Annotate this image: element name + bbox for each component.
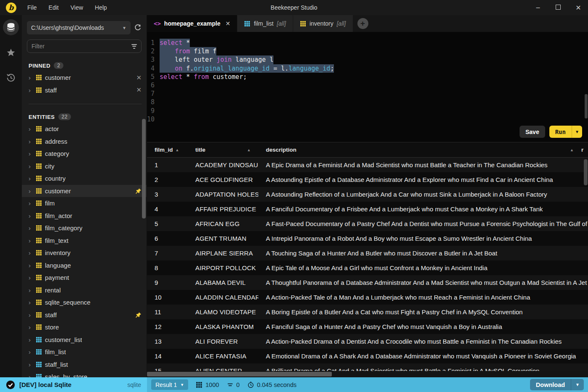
sort-asc-icon[interactable]: ▲ [176,148,179,152]
cell-film-id[interactable]: 7 [147,250,188,257]
cell-description[interactable]: A Astounding Epistle of a Database Admin… [258,176,588,183]
table-row[interactable]: 1ACADEMY DINOSAURA Epic Drama of a Femin… [147,158,588,172]
sidebar-scrollbar[interactable] [142,119,146,218]
sort-asc-icon[interactable]: ▲ [247,148,251,152]
save-button[interactable]: Save [520,126,545,138]
table-row[interactable]: 3ADAPTATION HOLESA Astounding Reflection… [147,187,588,202]
cell-description[interactable]: A Action-Packed Tale of a Man And a Lumb… [258,294,588,301]
chevron-right-icon[interactable]: › [29,224,33,232]
chevron-right-icon[interactable]: › [29,361,33,368]
cell-description[interactable]: A Astounding Reflection of a Lumberjack … [258,191,588,198]
cell-description[interactable]: A Epic Drama of a Feminist And a Mad Sci… [258,161,588,168]
table-row[interactable]: 12ALASKA PHANTOMA Fanciful Saga of a Hun… [147,319,588,334]
chevron-right-icon[interactable]: › [29,373,33,377]
horizontal-scrollbar-thumb[interactable] [147,372,332,376]
chevron-right-icon[interactable]: › [29,299,33,306]
run-dropdown-icon[interactable]: ▼ [572,126,582,138]
cell-film-id[interactable]: 14 [147,353,188,360]
cell-title[interactable]: AIRPORT POLLOCK [188,264,258,271]
tab-film_list[interactable]: film_list[all] [237,15,292,32]
cell-title[interactable]: AGENT TRUMAN [188,235,258,242]
cell-title[interactable]: AFRICAN EGG [188,220,258,227]
table-row[interactable]: 13ALI FOREVERA Action-Packed Drama of a … [147,334,588,349]
column-header-description[interactable]: description▲ [258,147,581,153]
unpin-close-icon[interactable]: ✕ [136,86,142,94]
table-row[interactable]: 8AIRPORT POLLOCKA Epic Tale of a Moose A… [147,260,588,275]
table-row[interactable]: 2ACE GOLDFINGERA Astounding Epistle of a… [147,172,588,187]
table-row[interactable]: 4AFFAIR PREJUDICEA Fanciful Documentary … [147,202,588,216]
cell-film-id[interactable]: 2 [147,176,188,183]
table-row[interactable]: 6AGENT TRUMANA Intrepid Panorama of a Ro… [147,231,588,246]
chevron-right-icon[interactable]: › [29,150,33,157]
cell-film-id[interactable]: 13 [147,338,188,345]
cell-title[interactable]: ACADEMY DINOSAUR [188,161,258,168]
chevron-right-icon[interactable]: › [29,212,33,219]
refresh-icon[interactable] [134,24,142,32]
chevron-right-icon[interactable]: › [29,348,33,355]
column-header-title[interactable]: title▲ [188,147,258,153]
menu-view[interactable]: View [66,3,87,13]
entity-item-category[interactable]: ›category [22,147,147,160]
history-icon[interactable] [3,70,19,86]
unpin-close-icon[interactable]: ✕ [136,74,142,82]
sql-editor[interactable]: 1select *2 from film f3 left outer join … [147,32,588,142]
maximize-icon[interactable] [554,4,562,11]
entity-item-customer[interactable]: ›customer [22,185,147,197]
pinned-item-customer[interactable]: ›customer✕ [22,71,147,84]
cell-title[interactable]: ALAMO VIDEOTAPE [188,308,258,316]
run-button[interactable]: Run ▼ [549,126,582,138]
entity-item-customer_list[interactable]: ›customer_list [22,334,147,346]
column-header-partial[interactable]: r [581,147,588,153]
table-row[interactable]: 15ALIEN CENTERA Brilliant Drama of a Cat… [147,363,588,371]
cell-film-id[interactable]: 3 [147,191,188,198]
entity-item-staff_list[interactable]: ›staff_list [22,358,147,371]
filter-input[interactable] [32,43,131,50]
results-scrollbar[interactable] [584,159,588,185]
chevron-right-icon[interactable]: › [29,87,33,94]
cell-film-id[interactable]: 1 [147,161,188,168]
cell-description[interactable]: A Epic Tale of a Moose And a Girl who mu… [258,264,588,271]
connection-selector[interactable]: C:\Users\ghstng\Downloads ▼ [27,21,131,34]
table-row[interactable]: 7AIRPLANE SIERRAA Touching Saga of a Hun… [147,246,588,260]
cell-film-id[interactable]: 9 [147,279,188,286]
entity-item-inventory[interactable]: ›inventory [22,247,147,259]
tab-close-icon[interactable]: ✕ [226,20,231,27]
cell-film-id[interactable]: 4 [147,205,188,213]
download-button-label[interactable]: Download [530,379,571,390]
database-icon[interactable] [3,19,19,35]
entity-item-sqlite_sequence[interactable]: ›sqlite_sequence [22,296,147,309]
chevron-right-icon[interactable]: › [29,125,33,132]
entity-item-address[interactable]: ›address [22,135,147,148]
chevron-right-icon[interactable]: › [29,262,33,269]
entity-item-film_category[interactable]: ›film_category [22,222,147,234]
pin-icon[interactable] [135,188,142,194]
new-tab-button[interactable]: + [357,18,368,29]
connection-status[interactable]: [DEV] local Sqlite sqlite [0,377,147,392]
tab-inventory[interactable]: inventory[all] [293,15,353,32]
chevron-right-icon[interactable]: › [29,138,33,145]
cell-film-id[interactable]: 12 [147,323,188,330]
cell-description[interactable]: A Fanciful Documentary of a Frisbee And … [258,205,588,213]
cell-film-id[interactable]: 11 [147,308,188,316]
chevron-right-icon[interactable]: › [29,336,33,343]
cell-description[interactable]: A Fanciful Saga of a Hunter And a Pastry… [258,323,588,330]
result-selector-button[interactable]: Result 1 ▼ [151,379,188,390]
cell-film-id[interactable]: 5 [147,220,188,227]
pinned-item-staff[interactable]: ›staff✕ [22,84,147,97]
cell-description[interactable]: A Action-Packed Drama of a Dentist And a… [258,338,588,345]
menu-file[interactable]: File [23,3,41,13]
chevron-right-icon[interactable]: › [29,163,33,170]
chevron-right-icon[interactable]: › [29,74,33,81]
entity-item-store[interactable]: ›store [22,321,147,334]
cell-description[interactable]: A Fast-Paced Documentary of a Pastry Che… [258,220,588,227]
chevron-right-icon[interactable]: › [29,175,33,182]
column-header-film-id[interactable]: film_id▲ [147,147,188,153]
chevron-right-icon[interactable]: › [29,200,33,207]
entity-item-actor[interactable]: ›actor [22,123,147,135]
pin-icon[interactable] [135,312,142,318]
table-row[interactable]: 9ALABAMA DEVILA Thoughtful Panorama of a… [147,275,588,290]
table-row[interactable]: 10ALADDIN CALENDARA Action-Packed Tale o… [147,290,588,305]
entity-item-city[interactable]: ›city [22,160,147,173]
chevron-right-icon[interactable]: › [29,274,33,281]
cell-film-id[interactable]: 8 [147,264,188,271]
